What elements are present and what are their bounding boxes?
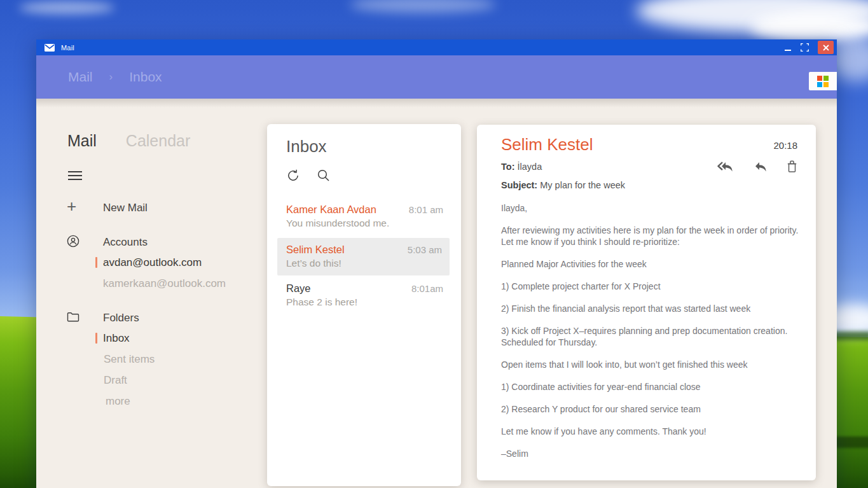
message-list: Kamer Kaan Avdan 8:01 am You misundersto…	[267, 198, 461, 316]
search-icon[interactable]	[317, 169, 330, 183]
email-body: Ilayda, After reviewing my activities he…	[501, 202, 805, 470]
to-value: İlayda	[518, 162, 542, 172]
account-avdan[interactable]: avdan@outlook.com	[103, 256, 202, 269]
breadcrumb-mail[interactable]: Mail	[68, 69, 93, 85]
plus-icon[interactable]: +	[67, 198, 76, 214]
trash-icon[interactable]	[787, 160, 797, 172]
maximize-button[interactable]	[796, 39, 813, 55]
inbox-title: Inbox	[286, 137, 327, 157]
message-time: 8:01 am	[409, 204, 443, 215]
email-body-paragraph: Let me know if you have any comments. Th…	[501, 426, 805, 437]
email-body-paragraph: Open items that I will look into, but wo…	[501, 359, 805, 370]
windows-logo-tile[interactable]	[809, 72, 837, 90]
view-tabs: Mail Calendar	[67, 132, 190, 150]
email-body-paragraph: After reviewing my activities here is my…	[501, 225, 805, 247]
message-sender: Raye	[286, 282, 311, 295]
message-time: 8:01am	[411, 283, 443, 294]
email-sender: Selim Kestel	[501, 135, 593, 155]
message-row-selim[interactable]: Selim Kestel 5:03 am Let’s do this!	[277, 238, 450, 275]
folder-more[interactable]: more	[106, 395, 130, 408]
email-body-paragraph: –Selim	[501, 448, 805, 459]
sidebar-item-accounts[interactable]: Accounts	[103, 236, 148, 249]
sidebar: Mail Calendar + New Mail Accounts avdan@…	[36, 99, 265, 488]
message-sender: Selim Kestel	[286, 244, 345, 256]
titlebar: Mail	[36, 39, 837, 55]
folder-sent-items[interactable]: Sent items	[104, 353, 155, 366]
email-body-paragraph: 2) Research Y product for our shared ser…	[501, 403, 805, 415]
breadcrumb: Mail › Inbox	[68, 55, 162, 99]
reading-pane: Selim Kestel 20:18 To: İlayda Subject: M	[477, 125, 816, 480]
chevron-right-icon: ›	[109, 71, 113, 83]
refresh-icon[interactable]	[286, 169, 300, 183]
person-icon	[67, 235, 79, 250]
active-indicator	[95, 333, 97, 344]
envelope-icon	[45, 44, 55, 52]
breadcrumb-inbox[interactable]: Inbox	[129, 69, 162, 85]
email-body-paragraph: 1) Complete project charter for X Projec…	[501, 281, 805, 292]
cloud	[350, 0, 496, 13]
email-to-line: To: İlayda	[501, 162, 542, 172]
folder-inbox[interactable]: Inbox	[103, 332, 130, 345]
tab-mail[interactable]: Mail	[67, 132, 97, 150]
window-title: Mail	[61, 44, 74, 52]
message-row-raye[interactable]: Raye 8:01am Phase 2 is here!	[267, 277, 461, 314]
email-body-paragraph: 3) Kick off Project X–requires planning …	[501, 325, 805, 348]
reply-all-icon[interactable]	[717, 161, 734, 172]
inbox-list-panel: Inbox Kamer Kaan Avdan 8:01 am You misun…	[267, 124, 461, 486]
subject-value: My plan for the week	[540, 180, 625, 190]
subject-label: Subject:	[501, 180, 537, 190]
to-label: To:	[501, 162, 514, 172]
message-preview: Phase 2 is here!	[286, 296, 443, 308]
message-preview: You misunderstood me.	[286, 218, 443, 229]
mail-app-window: Mail Mail › Inbox Mail Calendar	[36, 39, 837, 488]
email-subject-line: Subject: My plan for the week	[501, 180, 625, 190]
treeline	[833, 331, 868, 340]
folder-icon	[67, 312, 79, 324]
message-sender: Kamer Kaan Avdan	[286, 204, 376, 216]
message-time: 5:03 am	[408, 244, 442, 255]
grass-shadow-band	[833, 436, 868, 448]
content-area: Mail Calendar + New Mail Accounts avdan@…	[36, 99, 837, 488]
new-mail-button[interactable]: New Mail	[103, 202, 148, 214]
active-indicator	[95, 257, 97, 268]
minimize-button[interactable]	[780, 39, 796, 55]
sidebar-item-folders[interactable]: Folders	[103, 312, 139, 324]
email-body-paragraph: Planned Major Activities for the week	[501, 258, 805, 270]
windows-logo-icon	[817, 76, 829, 87]
email-body-paragraph: 2) Finish the financial analysis report …	[501, 303, 805, 314]
account-kamerkaan[interactable]: kamerkaan@outlook.com	[103, 277, 226, 290]
reply-icon[interactable]	[754, 161, 767, 172]
email-time: 20:18	[773, 140, 797, 151]
cloud	[19, 1, 114, 14]
folder-draft[interactable]: Draft	[104, 374, 127, 387]
message-preview: Let’s do this!	[286, 258, 442, 269]
email-body-paragraph: 1) Coordinate activities for year-end fi…	[501, 381, 805, 393]
email-body-paragraph: Ilayda,	[501, 202, 805, 214]
message-row-kamer[interactable]: Kamer Kaan Avdan 8:01 am You misundersto…	[267, 198, 461, 235]
close-button[interactable]	[818, 41, 834, 54]
header-bar: Mail › Inbox	[36, 55, 837, 99]
hamburger-icon[interactable]	[68, 171, 82, 183]
tab-calendar[interactable]: Calendar	[126, 132, 190, 150]
